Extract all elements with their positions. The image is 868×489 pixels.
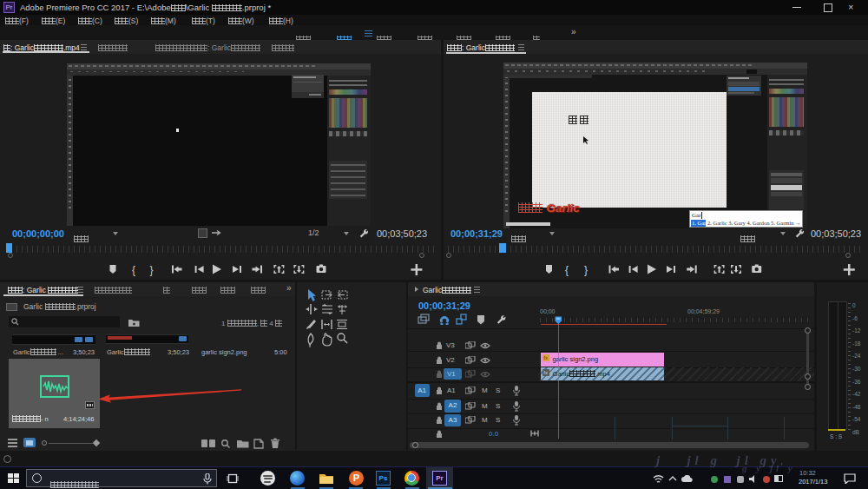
svg-text:{: {	[565, 264, 569, 276]
svg-text:}: }	[150, 264, 154, 276]
svg-text:}: }	[584, 264, 588, 276]
svg-text:{: {	[132, 264, 135, 276]
